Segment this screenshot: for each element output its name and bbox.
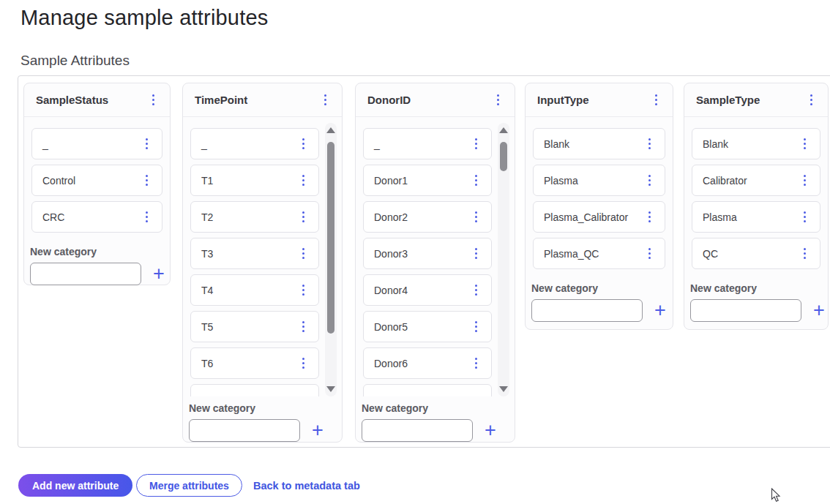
category-item[interactable]: Donor4 [363, 274, 492, 306]
category-label: Plasma [703, 211, 737, 223]
category-label: Plasma_Calibrator [544, 211, 628, 223]
kebab-menu-icon[interactable] [471, 282, 481, 298]
add-category-button[interactable]: + [310, 421, 325, 440]
scrollbar[interactable] [325, 123, 337, 396]
attribute-title: InputType [537, 94, 589, 106]
category-item[interactable]: T3 [190, 238, 319, 269]
category-item[interactable]: Calibrator [692, 165, 820, 196]
attribute-title: SampleStatus [36, 94, 108, 106]
category-scroll-area[interactable]: _ Donor1 Donor2 Donor3 Donor4 [356, 123, 492, 396]
kebab-menu-icon[interactable] [645, 245, 654, 262]
category-item[interactable]: Blank [533, 128, 665, 159]
category-item[interactable]: Donor1 [363, 165, 492, 196]
scroll-up-icon[interactable] [499, 127, 508, 133]
add-category-button[interactable]: + [653, 301, 668, 320]
kebab-menu-icon[interactable] [321, 91, 330, 108]
category-scroll-area[interactable]: _ T1 T2 T3 T4 [183, 123, 319, 396]
category-item[interactable]: T2 [190, 201, 319, 233]
category-item[interactable]: T5 [190, 311, 319, 342]
kebab-menu-icon[interactable] [299, 318, 308, 335]
kebab-menu-icon[interactable] [645, 208, 654, 225]
category-item[interactable]: T6 [190, 347, 319, 379]
kebab-menu-icon[interactable] [807, 91, 816, 108]
scrollbar-thumb[interactable] [327, 142, 334, 334]
new-category-section: New category + [30, 246, 166, 285]
add-new-attribute-button[interactable]: Add new attribute [18, 474, 132, 497]
kebab-menu-icon[interactable] [299, 282, 308, 298]
section-title: Sample Attributes [20, 53, 130, 69]
category-item[interactable]: Plasma [692, 201, 820, 233]
kebab-menu-icon[interactable] [651, 91, 661, 108]
category-item[interactable]: _ [31, 128, 162, 159]
kebab-menu-icon[interactable] [471, 318, 481, 335]
new-category-input[interactable] [531, 299, 643, 322]
add-category-button[interactable]: + [812, 301, 826, 320]
category-label: T4 [201, 285, 213, 296]
kebab-menu-icon[interactable] [800, 245, 810, 262]
merge-attributes-button[interactable]: Merge attributes [136, 474, 242, 497]
kebab-menu-icon[interactable] [299, 208, 308, 225]
category-item[interactable]: Donor2 [363, 201, 492, 233]
category-label: Plasma [544, 175, 578, 187]
kebab-menu-icon[interactable] [800, 172, 810, 189]
kebab-menu-icon[interactable] [471, 208, 481, 225]
category-item[interactable]: T4 [190, 274, 319, 306]
kebab-menu-icon[interactable] [299, 172, 308, 189]
add-category-button[interactable]: + [483, 421, 498, 440]
category-label: Donor2 [374, 211, 408, 223]
category-label: T6 [201, 358, 213, 369]
attribute-card-timepoint: TimePoint _ T1 T2 T3 [182, 83, 343, 443]
kebab-menu-icon[interactable] [471, 135, 481, 152]
new-category-label: New category [30, 246, 166, 257]
category-item[interactable]: QC [692, 238, 820, 269]
new-category-input[interactable] [362, 419, 473, 442]
new-category-input[interactable] [690, 299, 801, 322]
add-category-button[interactable]: + [152, 264, 166, 284]
attribute-card-header: DonorID [356, 83, 515, 117]
category-item[interactable]: _ [190, 128, 319, 159]
kebab-menu-icon[interactable] [299, 245, 308, 262]
category-item[interactable]: _ [363, 128, 492, 159]
category-item[interactable]: Donor3 [363, 238, 492, 269]
kebab-menu-icon[interactable] [299, 355, 308, 372]
kebab-menu-icon[interactable] [142, 135, 152, 152]
kebab-menu-icon[interactable] [299, 135, 308, 152]
category-item[interactable]: Donor5 [363, 311, 492, 342]
new-category-input[interactable] [189, 419, 300, 442]
scrollbar-thumb[interactable] [500, 142, 507, 171]
scrollbar[interactable] [498, 123, 509, 396]
category-list: _ T1 T2 T3 T4 [183, 123, 319, 396]
category-item[interactable]: Plasma_Calibrator [533, 201, 665, 233]
kebab-menu-icon[interactable] [142, 172, 152, 189]
category-item[interactable]: Control [31, 165, 162, 196]
kebab-menu-icon[interactable] [800, 135, 810, 152]
kebab-menu-icon[interactable] [645, 172, 654, 189]
kebab-menu-icon[interactable] [493, 91, 503, 108]
scroll-down-icon[interactable] [326, 386, 335, 392]
page-title: Manage sample attributes [20, 6, 268, 30]
category-label: CRC [42, 211, 64, 223]
attribute-title: SampleType [696, 94, 760, 106]
scroll-up-icon[interactable] [326, 127, 335, 133]
kebab-menu-icon[interactable] [149, 91, 158, 108]
kebab-menu-icon[interactable] [142, 208, 152, 225]
category-item[interactable]: T1 [190, 165, 319, 196]
kebab-menu-icon[interactable] [471, 355, 481, 372]
category-item-partial[interactable] [190, 384, 319, 396]
new-category-label: New category [531, 282, 668, 294]
category-item[interactable]: Plasma [533, 165, 665, 196]
kebab-menu-icon[interactable] [471, 172, 481, 189]
category-item[interactable]: Plasma_QC [533, 238, 665, 269]
back-to-metadata-link[interactable]: Back to metadata tab [253, 480, 360, 492]
scroll-down-icon[interactable] [499, 386, 508, 392]
category-item[interactable]: Blank [692, 128, 820, 159]
kebab-menu-icon[interactable] [471, 245, 481, 262]
category-item[interactable]: Donor6 [363, 347, 492, 379]
new-category-input[interactable] [30, 263, 141, 285]
category-item[interactable]: CRC [31, 201, 162, 233]
kebab-menu-icon[interactable] [645, 135, 654, 152]
kebab-menu-icon[interactable] [800, 208, 810, 225]
category-item-partial[interactable] [363, 384, 492, 396]
new-category-label: New category [690, 282, 826, 294]
attribute-title: DonorID [367, 94, 411, 106]
